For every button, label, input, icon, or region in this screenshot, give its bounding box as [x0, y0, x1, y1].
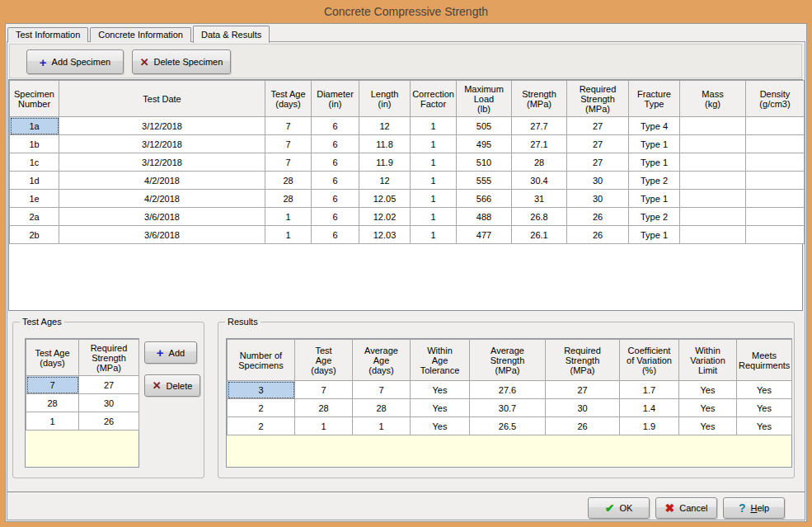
table-cell[interactable]: 26.1 [512, 226, 567, 244]
table-cell[interactable]: 1 [411, 172, 457, 190]
table-cell[interactable] [680, 226, 746, 244]
table-cell[interactable]: 26.8 [512, 208, 567, 226]
table-cell[interactable]: 6 [312, 208, 359, 226]
table-cell[interactable] [746, 153, 805, 172]
table-cell[interactable]: 12 [359, 117, 411, 135]
table-cell[interactable]: 30.7 [470, 399, 546, 417]
table-cell[interactable]: 1.7 [620, 381, 679, 399]
table-cell[interactable]: 1b [10, 135, 59, 153]
table-cell[interactable]: Yes [679, 381, 737, 399]
table-cell[interactable] [746, 226, 805, 244]
table-cell[interactable]: 1.4 [620, 399, 679, 417]
table-cell[interactable]: 27 [567, 117, 629, 135]
table-cell[interactable]: 1c [10, 153, 59, 172]
table-cell[interactable]: 1 [295, 417, 353, 435]
table-cell[interactable]: 28 [295, 399, 353, 417]
table-cell[interactable] [680, 172, 746, 190]
table-cell[interactable]: Type 2 [629, 208, 680, 226]
table-cell[interactable] [746, 117, 805, 135]
table-cell[interactable]: Type 1 [629, 226, 680, 244]
table-cell[interactable]: 27 [567, 135, 629, 153]
table-cell[interactable]: 3/12/2018 [59, 117, 265, 135]
table-cell[interactable]: 7 [26, 376, 79, 394]
table-cell[interactable]: 6 [312, 226, 359, 244]
ok-button[interactable]: ✔ OK [588, 497, 650, 519]
table-cell[interactable]: 1a [10, 117, 59, 135]
table-cell[interactable]: 6 [312, 117, 359, 135]
table-cell[interactable]: 27 [79, 376, 139, 394]
table-cell[interactable]: 1 [411, 153, 457, 172]
table-cell[interactable]: 12.03 [359, 226, 411, 244]
table-cell[interactable] [746, 190, 805, 208]
delete-test-age-button[interactable]: ✕ Delete [144, 374, 200, 397]
table-cell[interactable]: 1 [411, 208, 457, 226]
table-cell[interactable]: 26 [567, 226, 629, 244]
table-cell[interactable]: 28 [265, 190, 312, 208]
table-cell[interactable]: Yes [679, 417, 737, 435]
table-cell[interactable]: 7 [295, 381, 353, 399]
table-cell[interactable]: 27.7 [512, 117, 567, 135]
cancel-button[interactable]: ✖ Cancel [655, 497, 717, 519]
table-cell[interactable]: 31 [512, 190, 567, 208]
table-cell[interactable]: 30 [546, 399, 620, 417]
table-cell[interactable]: 12 [359, 172, 411, 190]
table-cell[interactable]: Yes [737, 381, 792, 399]
table-cell[interactable]: 505 [457, 117, 512, 135]
table-cell[interactable]: 7 [353, 381, 411, 399]
table-cell[interactable]: 11.8 [359, 135, 411, 153]
table-cell[interactable]: 26 [567, 208, 629, 226]
table-cell[interactable]: 6 [312, 190, 359, 208]
table-cell[interactable]: 1.9 [620, 417, 679, 435]
table-cell[interactable]: 4/2/2018 [59, 172, 265, 190]
table-cell[interactable]: Yes [411, 399, 470, 417]
table-cell[interactable]: 30 [79, 394, 139, 412]
table-cell[interactable]: 7 [265, 117, 312, 135]
table-cell[interactable] [680, 153, 746, 172]
table-cell[interactable]: 26 [79, 412, 139, 431]
table-cell[interactable]: 477 [457, 226, 512, 244]
delete-specimen-button[interactable]: ✕ Delete Specimen [132, 49, 231, 74]
add-specimen-button[interactable]: + Add Specimen [26, 49, 124, 74]
table-cell[interactable]: 1 [411, 226, 457, 244]
table-cell[interactable]: 1 [26, 412, 79, 431]
table-cell[interactable]: Type 1 [629, 135, 680, 153]
table-cell[interactable]: 27.1 [512, 135, 567, 153]
tab-concrete-information[interactable]: Concrete Information [90, 27, 191, 42]
table-cell[interactable]: Type 1 [629, 153, 680, 172]
table-cell[interactable]: 26 [546, 417, 620, 435]
table-cell[interactable]: 28 [26, 394, 79, 412]
table-cell[interactable]: Yes [737, 417, 792, 435]
table-cell[interactable]: 488 [457, 208, 512, 226]
table-cell[interactable]: Type 4 [629, 117, 680, 135]
tab-data-results[interactable]: Data & Results [193, 26, 270, 43]
table-cell[interactable] [680, 208, 746, 226]
table-cell[interactable] [746, 135, 805, 153]
table-cell[interactable]: Yes [679, 399, 737, 417]
table-cell[interactable]: 510 [457, 153, 512, 172]
table-cell[interactable]: 30 [567, 172, 629, 190]
table-cell[interactable]: 4/2/2018 [59, 190, 265, 208]
table-cell[interactable]: 7 [265, 153, 312, 172]
table-cell[interactable]: 28 [512, 153, 567, 172]
table-cell[interactable]: 30 [567, 190, 629, 208]
table-cell[interactable]: 2b [10, 226, 59, 244]
table-cell[interactable]: 1 [265, 208, 312, 226]
table-cell[interactable]: Yes [411, 381, 470, 399]
table-cell[interactable]: 28 [353, 399, 411, 417]
table-cell[interactable]: Type 1 [629, 190, 680, 208]
table-cell[interactable]: 27 [567, 153, 629, 172]
table-cell[interactable] [746, 208, 805, 226]
table-cell[interactable]: 3/12/2018 [59, 153, 265, 172]
table-cell[interactable]: 26.5 [470, 417, 546, 435]
table-cell[interactable]: 3 [228, 381, 295, 399]
table-cell[interactable]: 495 [457, 135, 512, 153]
table-cell[interactable]: 3/6/2018 [59, 226, 265, 244]
table-cell[interactable]: 1 [411, 117, 457, 135]
table-cell[interactable]: 2a [10, 208, 59, 226]
table-cell[interactable]: 6 [312, 135, 359, 153]
table-cell[interactable]: 2 [228, 399, 295, 417]
table-cell[interactable]: 3/6/2018 [59, 208, 265, 226]
table-cell[interactable]: 1 [353, 417, 411, 435]
table-cell[interactable]: 7 [265, 135, 312, 153]
table-cell[interactable]: 11.9 [359, 153, 411, 172]
